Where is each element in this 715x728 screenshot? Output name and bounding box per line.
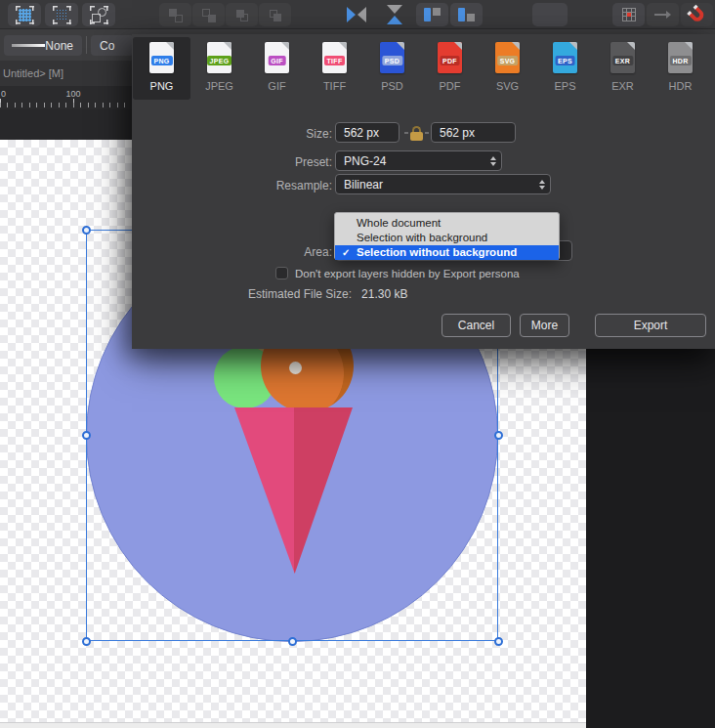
lock-icon [410, 126, 423, 141]
format-tile-psd[interactable]: PSD PSD [363, 37, 421, 100]
size-width-input[interactable]: 562 px [335, 122, 400, 143]
resample-value: Bilinear [344, 178, 383, 192]
menu-item-label: Selection without background [357, 246, 517, 258]
rotate-counterclockwise-icon [424, 8, 441, 21]
hdr-file-icon: HDR [668, 42, 693, 73]
format-label: EPS [536, 80, 594, 92]
aspect-lock-toggle[interactable] [401, 124, 431, 142]
horizontal-scrollbar[interactable] [0, 722, 586, 728]
colour-button[interactable]: Co [91, 35, 134, 56]
format-label: EXR [594, 80, 652, 92]
hidden-layers-checkbox-label: Don't export layers hidden by Export per… [295, 268, 520, 279]
convert-to-curves-button[interactable] [82, 3, 115, 26]
rotate-clockwise-button[interactable] [450, 3, 483, 26]
pixel-grid-button[interactable] [612, 3, 645, 26]
more-button[interactable]: More [520, 314, 569, 337]
format-tile-png[interactable]: PNG PNG [133, 37, 190, 100]
hidden-layers-checkbox[interactable] [275, 267, 288, 279]
export-button[interactable]: Export [595, 314, 706, 337]
exr-file-icon: EXR [610, 42, 635, 73]
arrange-backward-icon [201, 8, 216, 22]
arrange-front-button[interactable] [259, 3, 291, 26]
flip-horizontal-button[interactable] [339, 3, 374, 26]
format-tile-hdr[interactable]: HDR HDR [652, 37, 709, 100]
selection-handle-middle-left[interactable] [82, 431, 91, 440]
ruler-label-100: 100 [64, 89, 82, 99]
colour-button-label: Co [100, 39, 114, 53]
menu-item-label: Whole document [357, 217, 441, 229]
png-file-icon: PNG [149, 42, 174, 73]
selection-handle-bottom-middle[interactable] [288, 637, 297, 646]
eps-file-icon: EPS [553, 42, 577, 73]
svg-file-icon: SVG [495, 42, 520, 73]
rotate-counterclockwise-button[interactable] [416, 3, 448, 26]
size-label: Size: [230, 127, 332, 141]
rotate-clockwise-icon [458, 8, 475, 21]
document-tab[interactable]: Untitled> [M] [3, 67, 63, 79]
stroke-style-dropdown[interactable]: None [4, 35, 82, 56]
gif-file-icon: GIF [265, 42, 289, 73]
snapping-magnet-icon [688, 5, 706, 23]
arrange-back-icon [168, 8, 183, 22]
selection-handle-bottom-right[interactable] [494, 637, 503, 646]
format-tile-eps[interactable]: EPS EPS [536, 37, 594, 100]
format-label: SVG [479, 80, 536, 92]
format-label: HDR [652, 80, 709, 92]
selection-handle-bottom-left[interactable] [82, 637, 91, 646]
format-label: PSD [363, 80, 421, 92]
menu-item-whole-document[interactable]: Whole document [335, 216, 559, 231]
arrange-forward-button[interactable] [226, 3, 258, 26]
more-button-label: More [531, 319, 558, 332]
toolbar-divider [86, 36, 87, 54]
snapping-button[interactable] [681, 3, 713, 26]
size-height-input[interactable]: 562 px [431, 122, 516, 143]
format-label: PDF [421, 80, 479, 92]
psd-file-icon: PSD [380, 42, 404, 73]
alignment-button[interactable] [532, 3, 568, 26]
convert-to-curves-icon [90, 6, 108, 24]
format-tile-jpeg[interactable]: JPEG JPEG [190, 37, 248, 100]
preset-dropdown[interactable]: PNG-24 [335, 150, 502, 171]
insert-target-icon [654, 11, 671, 19]
snap-grid-button[interactable] [8, 3, 41, 26]
format-tile-exr[interactable]: EXR EXR [594, 37, 652, 100]
estimated-file-size-label: Estimated File Size: [248, 287, 352, 301]
format-tile-pdf[interactable]: PDF PDF [421, 37, 479, 100]
pdf-file-icon: PDF [438, 42, 462, 73]
format-tile-tiff[interactable]: TIFF TIFF [306, 37, 363, 100]
stepper-icon [539, 180, 545, 190]
format-label: GIF [248, 80, 306, 92]
area-label: Area: [230, 245, 332, 259]
flip-vertical-button[interactable] [377, 3, 412, 26]
menu-item-selection-without-background[interactable]: ✓ Selection without background [335, 245, 559, 260]
estimated-file-size-row: Estimated File Size: 21.30 kB [248, 287, 407, 301]
stepper-icon [490, 156, 496, 166]
size-width-value: 562 px [344, 126, 379, 140]
snap-pixels-icon [53, 6, 71, 24]
resample-label: Resample: [230, 179, 332, 193]
selection-handle-top-left[interactable] [82, 226, 91, 235]
cancel-button[interactable]: Cancel [442, 314, 511, 337]
checkmark-icon: ✓ [342, 245, 350, 260]
format-tile-gif[interactable]: GIF GIF [248, 37, 306, 100]
area-popup-menu: Whole document Selection with background… [334, 212, 560, 260]
stroke-style-value: None [45, 39, 73, 53]
arrange-forward-icon [234, 8, 249, 22]
insert-target-button[interactable] [647, 3, 679, 26]
stroke-preview-icon [12, 44, 45, 47]
export-button-label: Export [634, 319, 668, 332]
arrange-backward-button[interactable] [192, 3, 225, 26]
snap-pixels-button[interactable] [45, 3, 78, 26]
format-label: PNG [133, 80, 190, 92]
menu-item-selection-with-background[interactable]: Selection with background [335, 231, 559, 245]
selection-handle-middle-right[interactable] [494, 431, 503, 440]
format-label: TIFF [306, 80, 363, 92]
main-toolbar [0, 0, 715, 29]
format-tile-svg[interactable]: SVG SVG [479, 37, 536, 100]
resample-dropdown[interactable]: Bilinear [335, 174, 551, 194]
size-height-value: 562 px [440, 126, 475, 140]
format-label: JPEG [190, 80, 248, 92]
pixel-grid-icon [622, 8, 636, 21]
arrange-back-button[interactable] [159, 3, 191, 26]
flip-vertical-icon [387, 5, 402, 24]
